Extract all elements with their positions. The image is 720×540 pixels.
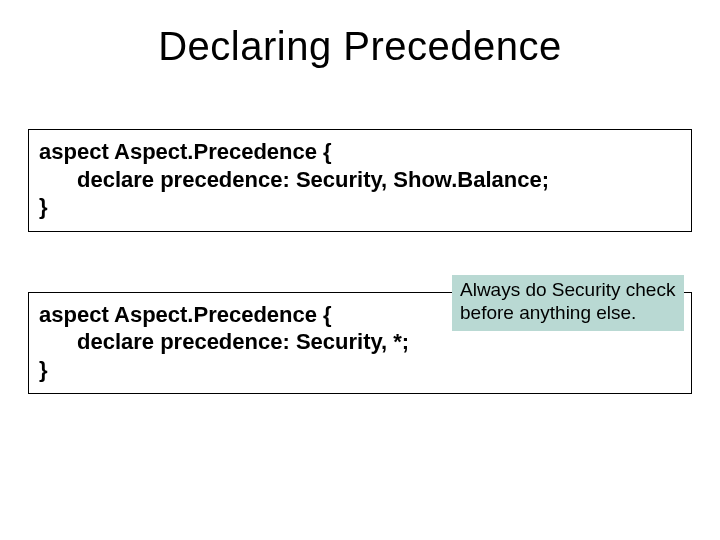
- code-line: }: [39, 193, 681, 221]
- code-line: declare precedence: Security, Show.Balan…: [39, 166, 681, 194]
- code-block-1: aspect Aspect.Precedence { declare prece…: [28, 129, 692, 232]
- code-line: aspect Aspect.Precedence {: [39, 138, 681, 166]
- annotation-callout: Always do Security check before anything…: [452, 275, 684, 331]
- code-line: }: [39, 356, 681, 384]
- slide-title: Declaring Precedence: [0, 0, 720, 89]
- code-line: declare precedence: Security, *;: [39, 328, 681, 356]
